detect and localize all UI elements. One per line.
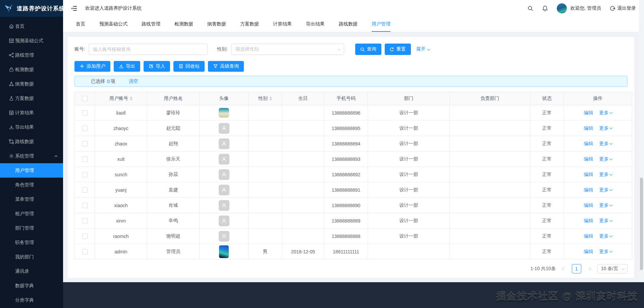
column-header-2[interactable]: 头像 (200, 92, 249, 105)
edit-link[interactable]: 编辑 (584, 187, 593, 192)
account-input[interactable] (89, 44, 208, 55)
vertical-scrollbar[interactable] (639, 0, 644, 282)
tab-1[interactable]: 预测基础公式 (99, 17, 127, 32)
tab-5[interactable]: 方案数据 (240, 17, 259, 32)
next-page-button[interactable] (585, 264, 594, 273)
sidebar-item-19[interactable]: 分类字典 (0, 293, 63, 307)
page-number-button[interactable]: 1 (572, 264, 581, 273)
more-link[interactable]: 更多 (599, 249, 612, 255)
column-header-9[interactable]: 操作 (564, 92, 632, 105)
reset-button[interactable]: 重置 (385, 44, 411, 55)
more-link[interactable]: 更多 (599, 172, 612, 178)
toolbar-button-1[interactable]: 导出 (114, 61, 140, 72)
column-header-6[interactable]: 部门 (368, 92, 450, 105)
edit-link[interactable]: 编辑 (584, 110, 593, 115)
menu-fold-icon[interactable] (71, 5, 78, 12)
sidebar-item-15[interactable]: 职务管理 (0, 235, 63, 250)
sidebar-item-5[interactable]: 方案数据 (0, 91, 63, 106)
sidebar-item-16[interactable]: 我的部门 (0, 250, 63, 264)
tab-6[interactable]: 计算结果 (273, 17, 292, 32)
row-checkbox[interactable] (82, 126, 88, 131)
chevron-down-icon (609, 172, 613, 176)
edit-link[interactable]: 编辑 (584, 249, 593, 254)
sidebar-item-4[interactable]: 病害数据 (0, 77, 63, 91)
expand-link[interactable]: 展开 (416, 46, 429, 52)
sidebar-item-11[interactable]: 角色管理 (0, 178, 63, 192)
row-checkbox[interactable] (82, 218, 88, 224)
tab-9[interactable]: 用户管理 (372, 17, 390, 32)
more-link[interactable]: 更多 (599, 218, 612, 224)
column-header-3[interactable]: 性别 (249, 92, 282, 105)
column-header-8[interactable]: 状态 (530, 92, 564, 105)
sidebar-item-14[interactable]: 部门管理 (0, 221, 63, 235)
row-checkbox[interactable] (82, 187, 88, 193)
edit-link[interactable]: 编辑 (584, 202, 593, 208)
column-header-7[interactable]: 负责部门 (450, 92, 530, 105)
more-link[interactable]: 更多 (599, 202, 612, 208)
edit-link[interactable]: 编辑 (584, 156, 593, 162)
sidebar-menu: 首页 预测基础公式 路线管理 检测数据 (0, 17, 63, 308)
more-link[interactable]: 更多 (599, 125, 612, 131)
gender-select[interactable]: 请选择性别 (231, 44, 344, 55)
sidebar-item-3[interactable]: 检测数据 (0, 62, 63, 77)
row-checkbox[interactable] (82, 234, 88, 239)
toolbar-button-4[interactable]: 高级查询 (208, 61, 244, 72)
column-header-4[interactable]: 生日 (282, 92, 324, 105)
tab-3[interactable]: 检测数据 (174, 17, 193, 32)
cell-birthday (282, 213, 324, 229)
toolbar-button-2[interactable]: 导入 (144, 61, 170, 72)
more-link[interactable]: 更多 (599, 110, 612, 116)
tab-8[interactable]: 路线数据 (339, 17, 358, 32)
toolbar-button-3[interactable]: 回收站 (173, 61, 205, 72)
bell-icon[interactable] (542, 5, 548, 11)
column-header-1[interactable]: 用户姓名 (147, 92, 200, 105)
sort-carets-icon[interactable] (269, 97, 272, 101)
tab-7[interactable]: 导出结果 (306, 17, 325, 32)
edit-link[interactable]: 编辑 (584, 125, 593, 131)
logout-button[interactable]: 退出登录 (610, 5, 636, 11)
sidebar-item-13[interactable]: 租户管理 (0, 206, 63, 221)
more-link[interactable]: 更多 (599, 187, 612, 193)
sidebar-item-0[interactable]: 首页 (0, 19, 63, 34)
sidebar-item-6[interactable]: 计算结果 (0, 106, 63, 120)
cell-account: liaoll (95, 105, 147, 121)
user-menu[interactable]: 欢迎您, 管理员 (557, 3, 601, 13)
sidebar-item-10[interactable]: 用户管理 (0, 163, 63, 178)
tab-4[interactable]: 病害数据 (207, 17, 226, 32)
sidebar-item-7[interactable]: 导出结果 (0, 120, 63, 134)
more-link[interactable]: 更多 (599, 156, 612, 162)
more-link[interactable]: 更多 (599, 233, 612, 239)
edit-link[interactable]: 编辑 (584, 218, 593, 223)
scrollbar-thumb[interactable] (640, 178, 643, 270)
row-checkbox[interactable] (82, 249, 88, 254)
tab-0[interactable]: 首页 (76, 17, 85, 32)
row-checkbox[interactable] (82, 172, 88, 177)
row-checkbox[interactable] (82, 110, 88, 116)
page-size-select[interactable]: 10 条/页 (597, 264, 628, 273)
clear-selection-link[interactable]: 清空 (129, 78, 138, 84)
sidebar-item-2[interactable]: 路线管理 (0, 48, 63, 62)
prev-page-button[interactable] (559, 264, 569, 273)
sidebar-item-8[interactable]: 路线数据 (0, 134, 63, 149)
column-header-0[interactable]: 用户账号 (95, 92, 147, 105)
search-button[interactable]: 查询 (355, 44, 381, 55)
sidebar-item-1[interactable]: 预测基础公式 (0, 34, 63, 48)
search-icon[interactable] (527, 5, 533, 11)
sidebar-item-18[interactable]: 数据字典 (0, 279, 63, 293)
edit-link[interactable]: 编辑 (584, 172, 593, 177)
sidebar-item-17[interactable]: 通讯录 (0, 264, 63, 279)
sidebar-item-9[interactable]: 系统管理 (0, 149, 63, 163)
more-link[interactable]: 更多 (599, 141, 612, 147)
sort-carets-icon[interactable] (130, 97, 132, 101)
toolbar-button-0[interactable]: 添加用户 (74, 61, 110, 72)
tab-2[interactable]: 路线管理 (142, 17, 160, 32)
edit-link[interactable]: 编辑 (584, 233, 593, 239)
edit-link[interactable]: 编辑 (584, 141, 593, 146)
select-all-checkbox[interactable] (82, 96, 88, 101)
row-checkbox[interactable] (82, 141, 88, 146)
cell-department: 设计一部 (368, 229, 450, 244)
column-header-5[interactable]: 手机号码 (324, 92, 368, 105)
sidebar-item-12[interactable]: 菜单管理 (0, 192, 63, 206)
row-checkbox[interactable] (82, 203, 88, 208)
row-checkbox[interactable] (82, 157, 88, 162)
